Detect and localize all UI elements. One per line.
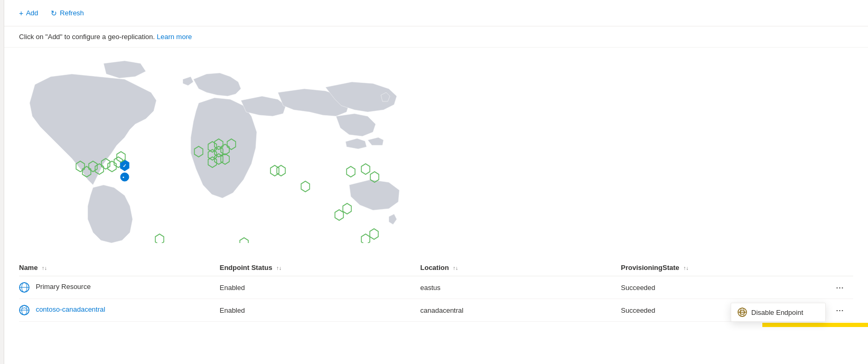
add-button[interactable]: + Add — [15, 7, 42, 20]
location-sort-icon[interactable]: ↑↓ — [453, 265, 458, 271]
refresh-label: Refresh — [60, 9, 84, 17]
col-header-provisioning-state[interactable]: ProvisioningState ↑↓ — [621, 259, 822, 276]
primary-resource-icon — [19, 282, 30, 293]
svg-text:✓: ✓ — [123, 163, 127, 169]
endpoint-sort-icon[interactable]: ↑↓ — [276, 265, 282, 271]
row2-endpoint-status: Enabled — [220, 299, 421, 322]
table-row: Primary Resource Enabled eastus Succeede… — [19, 276, 853, 299]
svg-marker-33 — [370, 229, 378, 239]
map-container: ✓ • — [4, 48, 868, 250]
svg-marker-30 — [155, 234, 164, 243]
add-icon: + — [19, 9, 23, 17]
row2-location: canadacentral — [421, 299, 621, 322]
refresh-icon: ↻ — [51, 9, 57, 17]
svg-marker-24 — [301, 181, 310, 192]
learn-more-link[interactable]: Learn more — [157, 33, 192, 41]
row1-name: Primary Resource — [36, 283, 91, 291]
col-header-location[interactable]: Location ↑↓ — [421, 259, 621, 276]
info-text: Click on "Add" to configure a geo-replic… — [19, 33, 155, 41]
row1-action-cell: ··· — [822, 276, 853, 299]
disable-endpoint-icon — [738, 307, 747, 317]
world-map: ✓ • — [19, 53, 421, 243]
info-bar: Click on "Add" to configure a geo-replic… — [4, 26, 868, 48]
context-menu: Disable Endpoint — [731, 303, 826, 322]
disable-endpoint-menu-item[interactable]: Disable Endpoint — [731, 303, 825, 321]
row1-more-button[interactable]: ··· — [833, 282, 847, 293]
svg-marker-28 — [335, 210, 343, 220]
row1-location: eastus — [421, 276, 621, 299]
row2-more-button[interactable]: ··· — [833, 304, 847, 316]
svg-point-10 — [120, 173, 129, 181]
svg-marker-23 — [277, 165, 285, 176]
refresh-button[interactable]: ↻ Refresh — [46, 7, 88, 20]
left-edge-bar — [0, 0, 4, 364]
svg-marker-22 — [270, 165, 279, 176]
col-header-actions — [822, 259, 853, 276]
table-header-row: Name ↑↓ Endpoint Status ↑↓ Location ↑↓ P… — [19, 259, 853, 276]
name-sort-icon[interactable]: ↑↓ — [42, 265, 47, 271]
provisioning-sort-icon[interactable]: ↑↓ — [683, 265, 688, 271]
svg-marker-29 — [343, 203, 351, 214]
table-container: Name ↑↓ Endpoint Status ↑↓ Location ↑↓ P… — [4, 254, 868, 327]
yellow-bottom-bar — [762, 323, 868, 327]
disable-endpoint-label: Disable Endpoint — [751, 309, 803, 316]
col-header-endpoint-status[interactable]: Endpoint Status ↑↓ — [220, 259, 421, 276]
table-row: contoso-canadacentral Enabled canadacent… — [19, 299, 853, 322]
replication-table: Name ↑↓ Endpoint Status ↑↓ Location ↑↓ P… — [19, 259, 853, 322]
row1-name-cell: Primary Resource — [19, 276, 220, 299]
row2-name-cell: contoso-canadacentral — [19, 299, 220, 322]
row2-action-cell: ··· — [822, 299, 853, 322]
svg-marker-32 — [361, 234, 370, 243]
svg-marker-5 — [108, 161, 116, 172]
svg-text:•: • — [123, 175, 124, 180]
replica-icon — [19, 305, 30, 315]
add-label: Add — [26, 9, 38, 17]
toolbar: + Add ↻ Refresh — [4, 0, 868, 26]
svg-marker-31 — [240, 238, 248, 243]
row1-endpoint-status: Enabled — [220, 276, 421, 299]
row2-name-link[interactable]: contoso-canadacentral — [36, 305, 106, 313]
row1-provisioning-state: Succeeded — [621, 276, 822, 299]
svg-marker-25 — [347, 166, 355, 177]
col-header-name[interactable]: Name ↑↓ — [19, 259, 220, 276]
svg-marker-26 — [361, 164, 370, 174]
